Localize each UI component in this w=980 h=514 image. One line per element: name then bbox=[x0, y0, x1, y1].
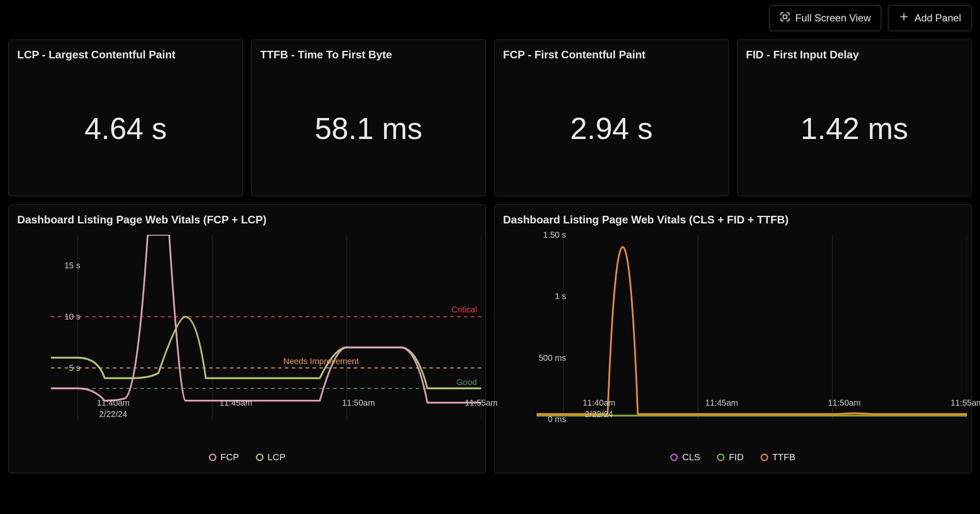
legend-marker-icon bbox=[761, 454, 768, 461]
x-tick: 11:45am bbox=[219, 394, 252, 408]
threshold-label: Needs Improvement bbox=[283, 356, 359, 366]
fullscreen-icon bbox=[780, 11, 790, 25]
x-tick: 11:50am bbox=[828, 394, 861, 408]
x-tick: 11:45am bbox=[705, 394, 738, 408]
x-tick: 11:40am2/22/24 bbox=[582, 394, 615, 419]
x-tick: 11:50am bbox=[342, 394, 375, 408]
legend-marker-icon bbox=[209, 454, 216, 461]
add-panel-button[interactable]: Add Panel bbox=[888, 5, 972, 31]
y-tick: 1.50 s bbox=[528, 230, 566, 240]
toolbar: Full Screen View Add Panel bbox=[0, 0, 980, 31]
y-tick: 10 s bbox=[42, 312, 80, 322]
panel-title: TTFB - Time To First Byte bbox=[252, 40, 485, 61]
y-tick: 1 s bbox=[528, 291, 566, 301]
chart-panel-fcp-lcp[interactable]: Dashboard Listing Page Web Vitals (FCP +… bbox=[8, 205, 486, 473]
threshold-label: Critical bbox=[451, 304, 477, 314]
chart-area: Critical Needs Improvement Good 5 s 10 s… bbox=[13, 235, 481, 444]
legend-item[interactable]: FID bbox=[717, 452, 743, 463]
panel-title: Dashboard Listing Page Web Vitals (FCP +… bbox=[9, 205, 485, 226]
stat-grid: LCP - Largest Contentful Paint 4.64 s TT… bbox=[0, 31, 980, 196]
stat-value: 1.42 ms bbox=[801, 111, 908, 146]
plus-icon bbox=[898, 11, 909, 25]
legend-item[interactable]: CLS bbox=[670, 452, 700, 463]
stat-value: 58.1 ms bbox=[315, 111, 422, 146]
stat-panel-fid[interactable]: FID - First Input Delay 1.42 ms bbox=[737, 39, 972, 196]
legend-item[interactable]: TTFB bbox=[761, 452, 796, 463]
stat-panel-fcp[interactable]: FCP - First Contentful Paint 2.94 s bbox=[494, 39, 729, 196]
stat-panel-ttfb[interactable]: TTFB - Time To First Byte 58.1 ms bbox=[251, 39, 486, 196]
y-tick: 15 s bbox=[42, 261, 80, 270]
chart-panel-cls-fid-ttfb[interactable]: Dashboard Listing Page Web Vitals (CLS +… bbox=[494, 205, 972, 473]
x-tick: 11:55am bbox=[951, 394, 980, 408]
stat-value: 2.94 s bbox=[570, 111, 653, 146]
add-panel-label: Add Panel bbox=[914, 12, 961, 24]
x-tick: 11:40am2/22/24 bbox=[97, 394, 129, 419]
chart-legend: CLS FID TTFB bbox=[495, 444, 971, 473]
legend-item[interactable]: LCP bbox=[256, 452, 286, 463]
legend-item[interactable]: FCP bbox=[209, 452, 239, 463]
panel-title: FID - First Input Delay bbox=[738, 40, 971, 61]
legend-marker-icon bbox=[256, 454, 263, 461]
y-tick: 500 ms bbox=[528, 353, 566, 362]
fullscreen-label: Full Screen View bbox=[796, 12, 871, 24]
chart-plot[interactable]: Critical Needs Improvement Good 5 s 10 s… bbox=[51, 235, 481, 419]
stat-value: 4.64 s bbox=[84, 111, 167, 146]
chart-plot[interactable]: 0 ms 500 ms 1 s 1.50 s 11:40am2/22/24 11… bbox=[537, 235, 967, 419]
panel-title: LCP - Largest Contentful Paint bbox=[9, 40, 242, 61]
chart-legend: FCP LCP bbox=[9, 444, 485, 473]
x-tick: 11:55am bbox=[465, 394, 498, 408]
stat-panel-lcp[interactable]: LCP - Largest Contentful Paint 4.64 s bbox=[8, 39, 243, 196]
panel-title: Dashboard Listing Page Web Vitals (CLS +… bbox=[495, 205, 971, 226]
y-tick: 5 s bbox=[42, 363, 80, 372]
chart-area: 0 ms 500 ms 1 s 1.50 s 11:40am2/22/24 11… bbox=[499, 235, 967, 444]
fullscreen-button[interactable]: Full Screen View bbox=[769, 5, 882, 31]
y-tick: 0 ms bbox=[528, 414, 566, 424]
legend-marker-icon bbox=[670, 454, 678, 461]
svg-rect-0 bbox=[783, 15, 787, 19]
chart-grid: Dashboard Listing Page Web Vitals (FCP +… bbox=[0, 196, 980, 482]
legend-marker-icon bbox=[717, 454, 724, 461]
panel-title: FCP - First Contentful Paint bbox=[495, 40, 728, 61]
threshold-label: Good bbox=[456, 378, 477, 387]
